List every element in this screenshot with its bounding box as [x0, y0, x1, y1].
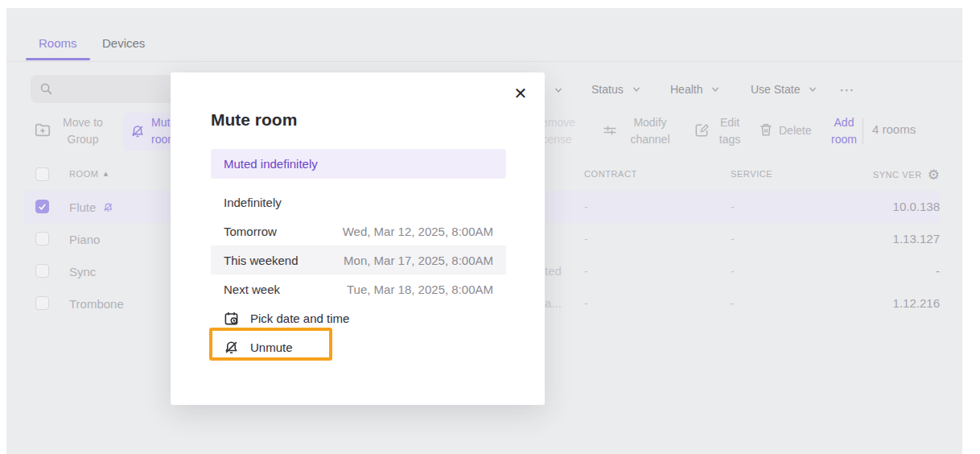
filter-status-label: Status — [591, 83, 624, 96]
bell-slash-icon — [224, 340, 239, 355]
tab-rooms[interactable]: Rooms — [39, 36, 77, 50]
tab-devices[interactable]: Devices — [102, 36, 145, 50]
status-text-fragment: ted — [545, 264, 562, 278]
row-checkbox-sync[interactable] — [35, 264, 49, 278]
room-name-sync: Sync — [69, 263, 96, 279]
chevron-down-icon — [632, 85, 641, 94]
delete-button[interactable]: Delete — [779, 122, 811, 139]
chevron-down-icon — [710, 85, 720, 94]
select-all-checkbox[interactable] — [35, 167, 49, 181]
hidden-filter-chevron-down-icon[interactable] — [554, 85, 563, 95]
option-label: Indefinitely — [224, 196, 282, 209]
add-room-button[interactable]: Add room — [827, 114, 861, 148]
column-header-room-label: ROOM — [69, 169, 99, 179]
pick-date-and-time-button[interactable]: Pick date and time — [224, 311, 349, 326]
cell-service: - — [731, 297, 735, 310]
mute-room-modal: ✕ Mute room Muted indefinitely Indefinit… — [171, 72, 545, 405]
filter-use-state-label: Use State — [751, 83, 800, 96]
room-name-trombone: Trombone — [69, 295, 124, 312]
cell-sync-version: - — [821, 264, 940, 278]
option-datetime: Tue, Mar 18, 2025, 8:00AM — [347, 283, 493, 296]
delete-trash-icon — [758, 122, 774, 138]
cell-contract: - — [584, 297, 588, 310]
toolbar-divider — [863, 118, 863, 144]
filter-use-state[interactable]: Use State — [751, 83, 817, 96]
room-name-flute: Flute — [69, 199, 113, 215]
gear-icon[interactable]: ⚙ — [928, 168, 940, 182]
option-label: This weekend — [224, 254, 299, 267]
filter-health-label: Health — [670, 83, 702, 96]
edit-tags-pencil-icon — [694, 122, 710, 138]
edit-tags-button[interactable]: Edit tags — [714, 114, 745, 148]
mute-option-tomorrow[interactable]: Tomorrow Wed, Mar 12, 2025, 8:00AM — [211, 217, 506, 246]
modal-title: Mute room — [211, 110, 297, 130]
cell-service: - — [731, 265, 735, 278]
more-filters-icon[interactable]: ⋯ — [839, 80, 856, 98]
option-label: Tomorrow — [224, 225, 277, 238]
mute-room-bell-slash-icon — [130, 124, 145, 138]
cell-service: - — [731, 233, 735, 246]
option-label: Next week — [224, 283, 280, 296]
tabs-divider — [6, 61, 962, 62]
pick-date-and-time-label: Pick date and time — [250, 312, 349, 325]
sort-ascending-icon: ▲ — [104, 171, 109, 177]
option-datetime: Wed, Mar 12, 2025, 8:00AM — [343, 225, 493, 238]
option-datetime: Mon, Mar 17, 2025, 8:00AM — [344, 254, 493, 267]
cell-sync-version: 10.0.138 — [821, 200, 940, 213]
row-checkbox-trombone[interactable] — [35, 296, 49, 310]
move-to-group-button[interactable]: Move to Group — [58, 114, 108, 148]
unmute-button[interactable]: Unmute — [224, 340, 293, 355]
cell-contract: - — [584, 200, 588, 213]
muted-bell-slash-icon — [103, 202, 113, 213]
mute-option-this-weekend[interactable]: This weekend Mon, Mar 17, 2025, 8:00AM — [211, 246, 506, 274]
filter-status[interactable]: Status — [591, 83, 641, 96]
calendar-clock-icon — [224, 311, 239, 326]
close-icon[interactable]: ✕ — [509, 81, 533, 105]
active-tab-underline — [26, 58, 90, 60]
selection-count: 4 rooms — [872, 122, 916, 136]
mute-status-banner-label: Muted indefinitely — [224, 157, 318, 171]
status-text-fragment: a... — [545, 296, 562, 310]
column-header-service[interactable]: SERVICE — [731, 169, 772, 179]
column-header-room[interactable]: ROOM ▲ — [69, 169, 109, 179]
cell-sync-version: 1.13.127 — [821, 232, 940, 246]
cell-sync-version: 1.12.216 — [821, 296, 940, 310]
cell-service: - — [731, 200, 735, 213]
check-icon — [38, 202, 47, 211]
cell-contract: - — [584, 265, 588, 278]
row-checkbox-piano[interactable] — [35, 232, 49, 246]
unmute-label: Unmute — [250, 340, 293, 354]
chevron-down-icon — [808, 85, 817, 94]
mute-option-next-week[interactable]: Next week Tue, Mar 18, 2025, 8:00AM — [211, 274, 506, 303]
mute-option-indefinitely[interactable]: Indefinitely — [211, 188, 506, 217]
row-checkbox-flute[interactable] — [35, 200, 49, 213]
column-header-sync-version[interactable]: SYNC VER — [873, 170, 922, 180]
room-name-piano: Piano — [69, 231, 100, 247]
cell-contract: - — [584, 233, 588, 246]
search-icon — [39, 82, 53, 96]
column-header-contract[interactable]: CONTRACT — [584, 169, 637, 179]
move-to-group-icon — [34, 121, 51, 138]
filter-health[interactable]: Health — [670, 83, 720, 96]
modify-channel-sliders-icon — [602, 122, 618, 138]
mute-status-banner: Muted indefinitely — [211, 149, 506, 179]
modify-channel-button[interactable]: Modify channel — [624, 114, 676, 148]
